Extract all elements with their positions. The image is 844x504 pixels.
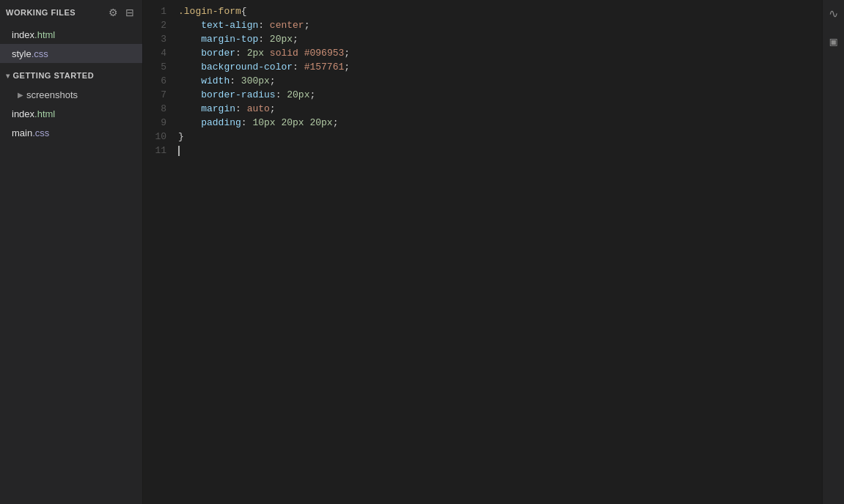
code-line-11 — [178, 144, 822, 158]
settings-icon[interactable]: ⚙ — [106, 5, 120, 20]
line-num-5: 5 — [143, 60, 166, 74]
file-item-style-css[interactable]: style.css — [0, 44, 142, 63]
line-num-4: 4 — [143, 46, 166, 60]
sidebar: Working Files ⚙ ⊟ index.html style.css ▾… — [0, 0, 143, 504]
line-numbers: 1 2 3 4 5 6 7 8 9 10 11 — [143, 3, 172, 501]
getting-started-section-header[interactable]: ▾ Getting Started — [0, 63, 142, 85]
text-cursor — [178, 146, 180, 156]
code-editor[interactable]: .login-form{ text-align: center; margin-… — [172, 3, 822, 501]
file-item-main-css[interactable]: main.css — [0, 123, 142, 142]
line-num-3: 3 — [143, 32, 166, 46]
folder-item-screenshots[interactable]: ▶ screenshots — [0, 85, 142, 104]
folder-name-screenshots: screenshots — [26, 89, 78, 100]
code-line-8: margin: auto; — [178, 102, 822, 116]
line-num-7: 7 — [143, 88, 166, 102]
sidebar-toolbar: ⚙ ⊟ — [106, 5, 136, 20]
line-num-2: 2 — [143, 18, 166, 32]
code-line-2: text-align: center; — [178, 18, 822, 32]
code-line-4: border: 2px solid #096953; — [178, 46, 822, 60]
code-line-9: padding: 10px 20px 20px; — [178, 116, 822, 130]
line-num-1: 1 — [143, 4, 166, 18]
code-line-6: width: 300px; — [178, 74, 822, 88]
getting-started-files: ▶ screenshots index.html main.css — [0, 85, 142, 142]
split-editor-icon[interactable]: ⊟ — [123, 5, 136, 20]
sidebar-title: Working Files — [6, 8, 76, 17]
code-line-3: margin-top: 20px; — [178, 32, 822, 46]
code-line-1: .login-form{ — [178, 4, 822, 18]
code-line-10: } — [178, 130, 822, 144]
code-line-5: background-color: #157761; — [178, 60, 822, 74]
chart-icon[interactable]: ∿ — [826, 6, 842, 22]
right-activity-bar: ∿ ▣ — [822, 0, 844, 504]
line-num-6: 6 — [143, 74, 166, 88]
line-num-9: 9 — [143, 116, 166, 130]
file-item-index-html-2[interactable]: index.html — [0, 104, 142, 123]
code-line-7: border-radius: 20px; — [178, 88, 822, 102]
getting-started-label: Getting Started — [13, 71, 95, 80]
editor-content[interactable]: 1 2 3 4 5 6 7 8 9 10 11 .login-form{ tex… — [143, 0, 822, 504]
sidebar-header: Working Files ⚙ ⊟ — [0, 0, 142, 25]
chevron-down-icon: ▾ — [6, 72, 10, 80]
package-icon[interactable]: ▣ — [826, 34, 842, 50]
line-num-8: 8 — [143, 102, 166, 116]
file-item-index-html[interactable]: index.html — [0, 25, 142, 44]
line-num-10: 10 — [143, 130, 166, 144]
working-files-section: index.html style.css — [0, 25, 142, 63]
folder-arrow-icon: ▶ — [18, 91, 23, 99]
line-num-11: 11 — [143, 144, 166, 158]
editor-area: 1 2 3 4 5 6 7 8 9 10 11 .login-form{ tex… — [143, 0, 822, 504]
